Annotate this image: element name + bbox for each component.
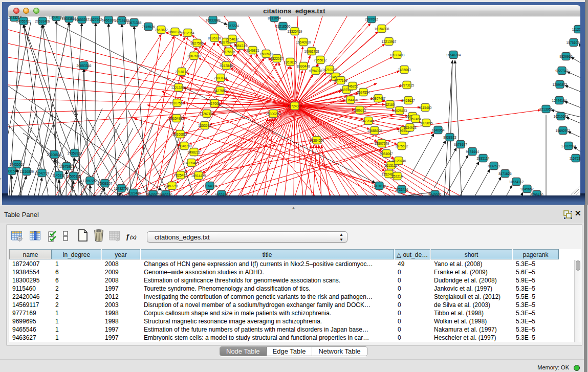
svg-text:16648784: 16648784 bbox=[446, 53, 461, 57]
svg-text:9932450: 9932450 bbox=[215, 193, 228, 196]
svg-text:7625402: 7625402 bbox=[174, 173, 187, 177]
svg-text:9245652: 9245652 bbox=[520, 187, 534, 191]
svg-text:8912954: 8912954 bbox=[181, 31, 194, 35]
svg-text:15751074: 15751074 bbox=[567, 41, 580, 45]
svg-text:7955812: 7955812 bbox=[314, 58, 327, 62]
svg-text:14435061: 14435061 bbox=[10, 163, 25, 166]
svg-text:9827508: 9827508 bbox=[190, 41, 204, 45]
svg-text:12213369: 12213369 bbox=[171, 86, 186, 90]
svg-text:19654985: 19654985 bbox=[169, 117, 184, 120]
svg-text:9777169: 9777169 bbox=[334, 79, 347, 82]
svg-text:252214: 252214 bbox=[391, 174, 403, 178]
svg-text:7986322: 7986322 bbox=[353, 108, 366, 112]
svg-text:1588520: 1588520 bbox=[259, 52, 273, 56]
svg-text:1634923: 1634923 bbox=[403, 126, 417, 129]
svg-text:417006: 417006 bbox=[209, 102, 220, 105]
svg-text:10654112: 10654112 bbox=[509, 180, 524, 184]
svg-text:14055721: 14055721 bbox=[16, 19, 31, 23]
svg-text:10025433: 10025433 bbox=[393, 109, 407, 113]
svg-text:1975692: 1975692 bbox=[395, 144, 408, 148]
svg-text:10655287: 10655287 bbox=[75, 18, 90, 21]
svg-text:f: f bbox=[126, 232, 130, 240]
svg-text:2087682: 2087682 bbox=[365, 17, 378, 21]
svg-text:16033809: 16033809 bbox=[206, 18, 221, 22]
svg-text:9084067: 9084067 bbox=[380, 152, 393, 156]
svg-text:3875685: 3875685 bbox=[222, 50, 235, 54]
svg-text:11156829: 11156829 bbox=[19, 170, 34, 173]
svg-text:1553594: 1553594 bbox=[198, 124, 211, 127]
svg-text:10807487: 10807487 bbox=[371, 97, 386, 100]
svg-text:7357224: 7357224 bbox=[226, 24, 239, 28]
svg-text:9457791: 9457791 bbox=[165, 184, 179, 188]
svg-text:62160: 62160 bbox=[385, 103, 395, 106]
svg-text:2803144: 2803144 bbox=[214, 76, 227, 80]
svg-text:7632621: 7632621 bbox=[487, 164, 500, 168]
svg-text:19166827: 19166827 bbox=[173, 133, 188, 136]
svg-text:1733426: 1733426 bbox=[395, 188, 408, 191]
svg-text:8471626: 8471626 bbox=[498, 172, 512, 176]
svg-text:10973493: 10973493 bbox=[390, 53, 405, 57]
svg-text:8813054: 8813054 bbox=[268, 16, 281, 20]
svg-text:12444194: 12444194 bbox=[552, 99, 567, 102]
svg-text:10046798: 10046798 bbox=[177, 144, 192, 148]
svg-text:16210722: 16210722 bbox=[322, 68, 337, 72]
svg-text:10688609: 10688609 bbox=[367, 129, 382, 133]
svg-text:16120746: 16120746 bbox=[391, 159, 406, 163]
svg-text:7485063: 7485063 bbox=[398, 68, 411, 72]
svg-text:17164085: 17164085 bbox=[203, 184, 217, 188]
svg-text:7515526: 7515526 bbox=[142, 25, 155, 29]
svg-text:18807249: 18807249 bbox=[375, 142, 389, 145]
svg-text:10958107: 10958107 bbox=[98, 182, 113, 185]
svg-text:9474444: 9474444 bbox=[466, 150, 479, 154]
svg-text:20691406: 20691406 bbox=[35, 19, 50, 23]
svg-text:1362615: 1362615 bbox=[284, 60, 297, 64]
svg-text:9329966: 9329966 bbox=[559, 55, 573, 58]
svg-text:3498222: 3498222 bbox=[187, 150, 201, 154]
svg-text:8938923: 8938923 bbox=[443, 136, 456, 139]
svg-text:14136141: 14136141 bbox=[372, 184, 387, 188]
svg-text:10107553: 10107553 bbox=[170, 101, 185, 105]
svg-text:6466160: 6466160 bbox=[102, 18, 115, 22]
svg-text:21364436: 21364436 bbox=[343, 98, 358, 102]
svg-text:12973115: 12973115 bbox=[400, 83, 415, 87]
svg-text:8322037: 8322037 bbox=[270, 57, 284, 60]
svg-text:9115460: 9115460 bbox=[419, 106, 432, 110]
svg-text:13267130: 13267130 bbox=[200, 112, 214, 116]
svg-text:9245072: 9245072 bbox=[146, 193, 160, 196]
svg-text:17957253: 17957253 bbox=[83, 179, 98, 183]
svg-text:2867608: 2867608 bbox=[187, 54, 201, 58]
svg-text:19384554: 19384554 bbox=[310, 139, 324, 142]
svg-text:3624554: 3624554 bbox=[357, 91, 370, 94]
svg-text:20053346: 20053346 bbox=[77, 64, 92, 68]
svg-text:2935114: 2935114 bbox=[477, 157, 490, 160]
svg-text:12242737: 12242737 bbox=[35, 171, 50, 175]
svg-text:8186328: 8186328 bbox=[208, 36, 221, 40]
svg-text:18724007: 18724007 bbox=[288, 104, 302, 108]
svg-text:16782759: 16782759 bbox=[114, 187, 129, 190]
svg-text:8990448: 8990448 bbox=[297, 64, 310, 68]
svg-text:8796410: 8796410 bbox=[530, 193, 543, 196]
svg-text:16154808: 16154808 bbox=[375, 27, 389, 31]
svg-text:1167530: 1167530 bbox=[570, 157, 580, 160]
svg-text:17016504: 17016504 bbox=[561, 144, 576, 148]
svg-text:12323446: 12323446 bbox=[126, 191, 141, 195]
svg-text:(x): (x) bbox=[130, 234, 137, 240]
svg-text:2754632: 2754632 bbox=[226, 37, 239, 41]
svg-text:8663210: 8663210 bbox=[159, 193, 172, 196]
svg-text:15692971: 15692971 bbox=[556, 129, 571, 133]
svg-text:746266: 746266 bbox=[347, 84, 358, 88]
svg-text:12093873: 12093873 bbox=[553, 83, 568, 86]
svg-text:9146821: 9146821 bbox=[246, 49, 259, 52]
svg-text:1640954: 1640954 bbox=[431, 128, 445, 132]
svg-text:19218506: 19218506 bbox=[276, 25, 291, 28]
svg-text:2718170: 2718170 bbox=[175, 70, 188, 74]
svg-text:8454749: 8454749 bbox=[234, 44, 247, 48]
svg-text:9899695: 9899695 bbox=[420, 121, 433, 125]
svg-text:25300203: 25300203 bbox=[266, 112, 281, 116]
svg-text:6794028: 6794028 bbox=[309, 69, 322, 73]
svg-text:15720407: 15720407 bbox=[361, 119, 376, 123]
svg-text:16640910: 16640910 bbox=[296, 40, 311, 44]
svg-text:7663822: 7663822 bbox=[155, 28, 168, 32]
svg-text:9463627: 9463627 bbox=[402, 99, 415, 102]
svg-text:1145190: 1145190 bbox=[53, 173, 66, 177]
